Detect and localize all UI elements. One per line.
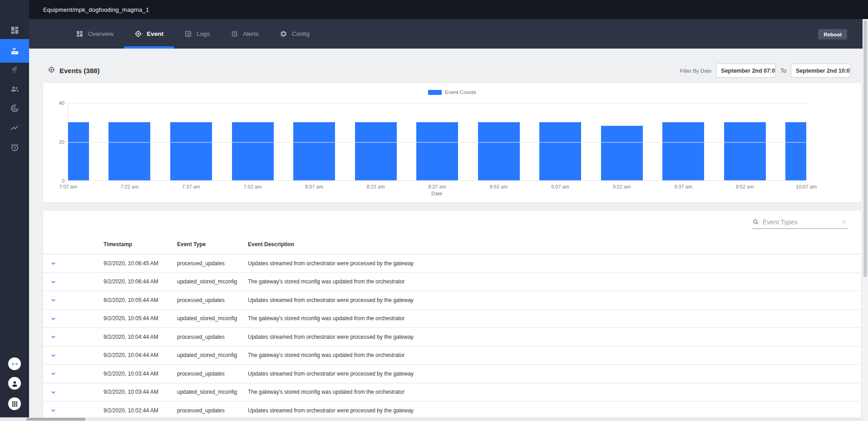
events-table-card: Timestamp Event Type Event Description 9… <box>43 211 861 421</box>
radio-icon <box>10 104 20 113</box>
tab-config[interactable]: Config <box>269 19 320 49</box>
table-row[interactable]: 9/2/2020, 10:04:44 AM processed_updates … <box>43 328 861 347</box>
router-icon <box>10 46 20 56</box>
event-description: The gateway's stored mconfig was updated… <box>248 352 861 358</box>
bar-9-37-am <box>662 122 704 180</box>
sidebar-item-dashboard[interactable] <box>0 20 29 40</box>
date-to-input[interactable] <box>791 64 851 78</box>
gridline <box>68 103 806 104</box>
date-from-input[interactable] <box>716 64 776 78</box>
vertical-scrollbar[interactable] <box>863 19 868 421</box>
chevron-down-icon[interactable] <box>49 259 57 267</box>
tab-label: Event <box>147 30 163 37</box>
chevron-down-icon[interactable] <box>49 278 57 286</box>
events-header: Events (388) <box>48 64 99 77</box>
table-row[interactable]: 9/2/2020, 10:03:44 AM updated_stored_mco… <box>43 383 861 402</box>
event-type: updated_stored_mconfig <box>177 389 248 395</box>
tab-logs[interactable]: Logs <box>174 19 220 49</box>
event-description: Updates streamed from orchestrator were … <box>248 297 861 303</box>
table-row[interactable]: 9/2/2020, 10:04:44 AM updated_stored_mco… <box>43 347 861 365</box>
sidebar-item-tracking[interactable] <box>0 98 29 118</box>
people-icon <box>10 84 20 94</box>
network-icon <box>10 64 20 74</box>
y-axis-tick: 0 <box>62 178 64 183</box>
sidebar <box>0 0 29 421</box>
y-axis-tick: 40 <box>59 100 64 106</box>
x-axis-tick: 9:07 am <box>551 184 569 189</box>
x-axis-tick: 7:22 am <box>121 184 139 189</box>
search-input[interactable] <box>763 218 837 226</box>
reboot-button[interactable]: Reboot <box>818 29 847 40</box>
tab-alerts[interactable]: Alerts <box>220 19 269 49</box>
sidebar-item-account[interactable] <box>8 377 21 390</box>
chevron-down-icon[interactable] <box>49 370 57 377</box>
table-row[interactable]: 9/2/2020, 10:05:44 AM updated_stored_mco… <box>43 310 861 328</box>
chevron-down-icon[interactable] <box>49 333 57 341</box>
chevron-down-icon[interactable] <box>49 388 57 396</box>
bar-7-52-am <box>232 122 274 180</box>
top-app-bar: Equipment/mpk_dogfooding_magma_1 <box>29 0 868 19</box>
date-filter: Filter By Date To <box>680 64 851 78</box>
event-description: Updates streamed from orchestrator were … <box>248 371 861 377</box>
event-type: updated_stored_mconfig <box>177 315 248 322</box>
tab-strip: OverviewEventLogsAlertsConfig <box>65 19 320 49</box>
sidebar-item-api[interactable] <box>8 357 21 370</box>
sidebar-item-subscribers[interactable] <box>0 79 29 99</box>
vertical-scrollbar-thumb[interactable] <box>863 20 867 277</box>
x-axis-tick: 8:52 am <box>490 184 508 189</box>
tab-label: Config <box>292 30 310 37</box>
horizontal-scrollbar-thumb[interactable] <box>26 418 85 421</box>
column-header-timestamp: Timestamp <box>104 241 177 248</box>
bar-7-07-am <box>68 122 89 180</box>
event-timestamp: 9/2/2020, 10:02:44 AM <box>104 407 177 414</box>
event-type: processed_updates <box>177 260 248 267</box>
tab-event[interactable]: Event <box>124 19 174 49</box>
event-chart-card: Event Counts 020407:07 am7:22 am7:37 am7… <box>43 83 861 203</box>
events-table: Timestamp Event Type Event Description 9… <box>43 234 861 420</box>
page-title: Events (388) <box>59 67 99 74</box>
event-description: The gateway's stored mconfig was updated… <box>248 389 861 395</box>
tab-label: Overview <box>88 30 113 37</box>
x-axis-tick: 7:07 am <box>59 184 77 189</box>
bar-9-22-am <box>601 126 643 180</box>
bar-8-07-am <box>293 122 335 180</box>
bar-8-52-am <box>478 122 520 180</box>
event-type: processed_updates <box>177 297 248 303</box>
event-timestamp: 9/2/2020, 10:04:44 AM <box>104 352 177 358</box>
gear-icon <box>280 30 287 38</box>
sidebar-item-metrics[interactable] <box>0 118 29 138</box>
chevron-down-icon[interactable] <box>49 296 57 304</box>
sidebar-item-network[interactable] <box>0 59 29 79</box>
chevron-down-icon[interactable] <box>49 315 57 322</box>
chevron-down-icon[interactable] <box>49 406 57 414</box>
chevron-down-icon[interactable] <box>49 352 57 359</box>
horizontal-scrollbar[interactable] <box>0 417 863 421</box>
table-row[interactable]: 9/2/2020, 10:05:44 AM processed_updates … <box>43 291 861 310</box>
event-timestamp: 9/2/2020, 10:04:44 AM <box>104 334 177 340</box>
breadcrumb: Equipment/mpk_dogfooding_magma_1 <box>29 6 149 13</box>
bar-7-37-am <box>170 122 212 180</box>
event-description: The gateway's stored mconfig was updated… <box>248 278 861 285</box>
table-row[interactable]: 9/2/2020, 10:06:44 AM updated_stored_mco… <box>43 273 861 292</box>
metrics-icon <box>10 123 20 133</box>
x-axis-tick: 8:07 am <box>305 184 323 189</box>
code-icon <box>11 360 19 368</box>
dashboard-icon <box>76 30 84 38</box>
tab-overview[interactable]: Overview <box>65 19 124 49</box>
event-timestamp: 9/2/2020, 10:05:44 AM <box>104 297 177 303</box>
x-axis-tick: 7:52 am <box>244 184 262 189</box>
x-axis-tick: 9:37 am <box>674 184 692 189</box>
legend-label: Event Counts <box>445 89 476 95</box>
event-description: Updates streamed from orchestrator were … <box>248 407 861 414</box>
tab-bar: OverviewEventLogsAlertsConfig Reboot <box>29 19 863 49</box>
x-axis-tick: 8:37 am <box>428 184 446 189</box>
table-row[interactable]: 9/2/2020, 10:06:45 AM processed_updates … <box>43 254 861 273</box>
sidebar-item-apps[interactable] <box>8 397 21 410</box>
close-icon[interactable] <box>841 218 848 225</box>
apps-icon <box>11 400 19 408</box>
table-row[interactable]: 9/2/2020, 10:03:44 AM processed_updates … <box>43 365 861 383</box>
chart-legend: Event Counts <box>43 89 861 95</box>
x-axis-tick: 9:52 am <box>736 184 754 189</box>
y-axis-tick: 20 <box>59 139 64 145</box>
sidebar-item-alarms[interactable] <box>0 137 29 157</box>
